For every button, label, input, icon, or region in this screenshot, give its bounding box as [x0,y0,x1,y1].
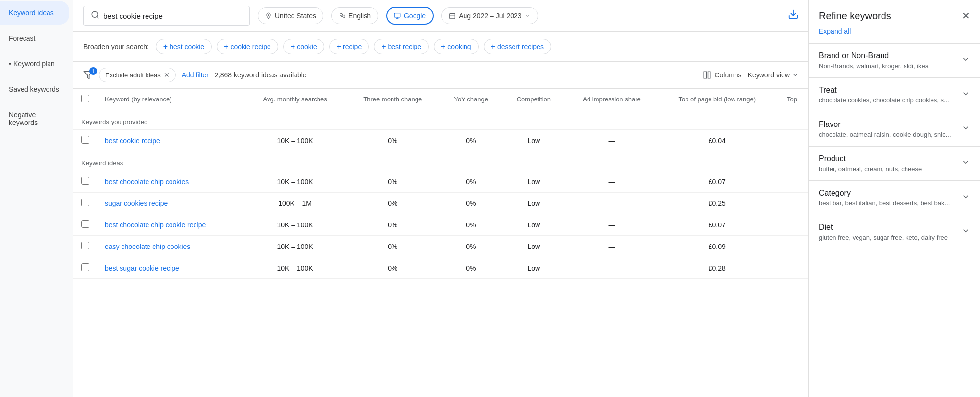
keyword-view-button[interactable]: Keyword view [748,71,799,79]
refine-section-product-title: Product [819,154,922,163]
refine-section-flavor-header[interactable]: Flavor chocolate, oatmeal raisin, cookie… [819,120,970,138]
broaden-chip-5[interactable]: + cooking [434,39,479,54]
refine-section-product-header[interactable]: Product butter, oatmeal, cream, nuts, ch… [819,154,970,173]
sidebar-item-saved-keywords[interactable]: Saved keywords [0,77,69,101]
header-three-month[interactable]: Three month change [345,89,440,110]
header-avg-monthly[interactable]: Avg. monthly searches [245,89,345,110]
header-ad-impression[interactable]: Ad impression share [565,89,658,110]
broaden-chip-label: cooking [447,43,471,50]
platform-filter[interactable]: Google [386,7,434,25]
header-top-bid-low[interactable]: Top of page bid (low range) [659,89,776,110]
broaden-chip-1[interactable]: + cookie recipe [217,39,278,54]
keyword-view-label: Keyword view [748,71,790,79]
select-all-checkbox[interactable] [81,95,89,102]
exclude-chip[interactable]: Exclude adult ideas ✕ [99,68,176,82]
header-competition[interactable]: Competition [502,89,565,110]
keyword-cell[interactable]: best chocolate chip cookies [97,171,245,193]
table-row: sugar cookies recipe 100K – 1M 0% 0% Low… [74,193,808,214]
group-provided-label: Keywords you provided [81,118,147,125]
header-keyword-label: Keyword (by relevance) [105,96,172,103]
sidebar-item-forecast[interactable]: Forecast [0,26,69,50]
broaden-chip-6[interactable]: + dessert recipes [484,39,551,54]
language-filter[interactable]: English [331,7,378,24]
broaden-chip-4[interactable]: + best recipe [374,39,429,54]
refine-section-treat-header[interactable]: Treat chocolate cookies, chocolate chip … [819,86,970,104]
top-bid-low-cell: £0.09 [659,236,776,257]
header-keyword[interactable]: Keyword (by relevance) [97,89,245,110]
refine-section-flavor: Flavor chocolate, oatmeal raisin, cookie… [809,112,980,146]
header-top-bid-high-label: Top [787,96,797,103]
keyword-cell[interactable]: sugar cookies recipe [97,193,245,214]
location-filter[interactable]: United States [258,7,323,24]
top-bid-high-cell [776,236,808,257]
table-row: best sugar cookie recipe 10K – 100K 0% 0… [74,257,808,279]
broaden-label: Broaden your search: [83,43,149,50]
filter-bar: 1 Exclude adult ideas ✕ Add filter 2,868… [74,62,808,89]
ad-impression-cell: — [565,193,658,214]
download-button[interactable] [788,9,799,23]
refine-section-brand-header[interactable]: Brand or Non-Brand Non-Brands, walmart, … [819,51,970,70]
search-input[interactable] [103,12,231,20]
keywords-table: Keyword (by relevance) Avg. monthly sear… [74,89,808,279]
competition-cell: Low [502,236,565,257]
row-checkbox[interactable] [81,177,89,185]
top-bid-high-cell [776,257,808,279]
table-row: best chocolate chip cookies 10K – 100K 0… [74,171,808,193]
refine-section-product: Product butter, oatmeal, cream, nuts, ch… [809,146,980,180]
add-filter-button[interactable]: Add filter [182,71,209,79]
top-bid-low-cell: £0.04 [659,130,776,151]
broaden-chip-3[interactable]: + recipe [329,39,369,54]
broaden-chip-2[interactable]: + cookie [283,39,324,54]
three-month-cell: 0% [345,214,440,236]
sidebar-item-keyword-ideas[interactable]: Keyword ideas [0,1,69,25]
chevron-down-icon [961,226,970,238]
refine-section-diet-header[interactable]: Diet gluten free, vegan, sugar free, ket… [819,223,970,241]
sidebar-item-keyword-plan[interactable]: ▾ Keyword plan [0,52,69,75]
columns-button[interactable]: Columns [703,71,741,79]
refine-section-category-title: Category [819,189,950,198]
sidebar: Keyword ideas Forecast ▾ Keyword plan Sa… [0,0,74,397]
avg-monthly-cell: 100K – 1M [245,193,345,214]
avg-monthly-cell: 10K – 100K [245,257,345,279]
date-filter[interactable]: Aug 2022 – Jul 2023 [441,7,538,24]
competition-cell: Low [502,130,565,151]
chevron-left-icon: ▾ [9,61,11,67]
main-content: United States English Google Aug 2022 – … [74,0,808,397]
keyword-cell[interactable]: best sugar cookie recipe [97,257,245,279]
expand-all-button[interactable]: Expand all [809,27,980,43]
filter-funnel[interactable]: 1 [83,70,93,80]
competition-cell: Low [502,257,565,279]
refine-section-treat: Treat chocolate cookies, chocolate chip … [809,77,980,112]
chevron-down-icon [961,192,970,203]
broaden-chip-0[interactable]: + best cookie [156,39,212,54]
avg-monthly-cell: 10K – 100K [245,236,345,257]
keyword-cell[interactable]: best chocolate chip cookie recipe [97,214,245,236]
yoy-cell: 0% [440,214,502,236]
language-label: English [348,12,371,20]
search-box[interactable] [83,6,250,26]
refine-section-category-header[interactable]: Category best bar, best italian, best de… [819,189,970,207]
sidebar-item-negative-keywords[interactable]: Negative keywords [0,103,69,134]
plus-icon: + [291,42,295,51]
row-checkbox[interactable] [81,263,89,271]
row-checkbox[interactable] [81,136,89,144]
close-icon[interactable]: ✕ [164,71,170,79]
top-bid-high-cell [776,171,808,193]
panel-close-button[interactable]: ✕ [962,10,970,22]
row-checkbox[interactable] [81,242,89,249]
table-row: best cookie recipe 10K – 100K 0% 0% Low … [74,130,808,151]
keyword-cell[interactable]: easy chocolate chip cookies [97,236,245,257]
keyword-cell[interactable]: best cookie recipe [97,130,245,151]
group-ideas-label: Keyword ideas [81,159,123,167]
chevron-down-icon [961,55,970,66]
table-row: easy chocolate chip cookies 10K – 100K 0… [74,236,808,257]
platform-label: Google [404,12,426,20]
chevron-down-icon [961,124,970,135]
header-top-bid-low-label: Top of page bid (low range) [679,96,756,103]
row-checkbox[interactable] [81,198,89,206]
ad-impression-cell: — [565,236,658,257]
row-checkbox[interactable] [81,220,89,228]
header-yoy-label: YoY change [454,96,488,103]
header-yoy[interactable]: YoY change [440,89,502,110]
header-top-bid-high[interactable]: Top [776,89,808,110]
